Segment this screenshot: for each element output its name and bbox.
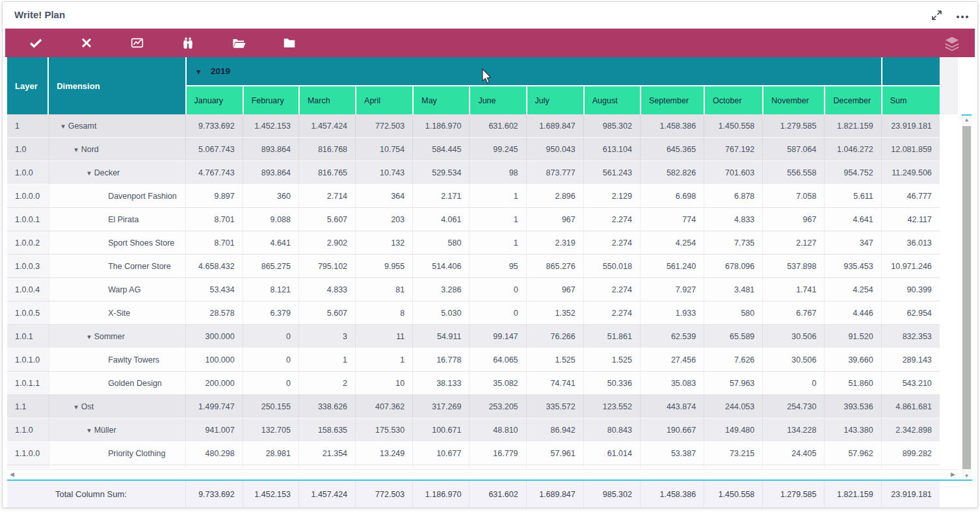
value-cell[interactable]: 1.450.558 <box>704 114 762 138</box>
value-cell[interactable]: 865.275 <box>243 255 298 278</box>
value-cell[interactable]: 1.457.424 <box>298 114 355 138</box>
sum-cell[interactable]: 90.399 <box>881 278 940 301</box>
scroll-left-icon[interactable]: ◀ <box>10 471 14 478</box>
binoculars-icon[interactable] <box>177 32 199 54</box>
value-cell[interactable]: 62.539 <box>640 325 704 348</box>
value-cell[interactable]: 54.911 <box>412 325 469 348</box>
value-cell[interactable]: 2.129 <box>583 185 640 208</box>
layers-icon[interactable] <box>944 35 960 52</box>
folder-open-icon[interactable] <box>228 32 250 54</box>
value-cell[interactable]: 893.864 <box>243 161 298 185</box>
value-cell[interactable]: 335.572 <box>526 395 583 418</box>
value-cell[interactable]: 3.286 <box>412 278 469 301</box>
chevron-down-icon[interactable]: ▾ <box>197 68 201 75</box>
month-column-header[interactable]: September <box>640 86 704 114</box>
collapse-caret-icon[interactable]: ▾ <box>61 122 65 130</box>
dimension-cell[interactable]: ▾Decker <box>49 161 185 185</box>
month-column-header[interactable]: November <box>762 86 824 114</box>
value-cell[interactable]: 99.245 <box>469 138 525 161</box>
value-cell[interactable]: 4.254 <box>640 231 704 255</box>
month-column-header[interactable]: August <box>583 86 640 114</box>
sum-cell[interactable]: 543.210 <box>881 372 940 395</box>
value-cell[interactable]: 480.298 <box>185 442 243 465</box>
value-cell[interactable]: 9.088 <box>243 208 298 231</box>
value-cell[interactable]: 24.405 <box>762 442 824 465</box>
value-cell[interactable]: 123.552 <box>583 395 640 418</box>
value-cell[interactable]: 51.860 <box>824 372 881 395</box>
value-cell[interactable]: 364 <box>355 185 412 208</box>
value-cell[interactable]: 250.155 <box>243 395 298 418</box>
value-cell[interactable]: 7.058 <box>762 185 824 208</box>
value-cell[interactable]: 190.667 <box>640 418 704 442</box>
value-cell[interactable]: 98 <box>469 161 525 185</box>
value-cell[interactable]: 4.833 <box>298 278 355 301</box>
value-cell[interactable]: 27.456 <box>640 348 704 372</box>
value-cell[interactable]: 0 <box>243 348 298 372</box>
value-cell[interactable]: 2.902 <box>298 231 355 255</box>
sum-cell[interactable]: 62.954 <box>881 301 940 325</box>
value-cell[interactable]: 81 <box>355 278 412 301</box>
sum-cell[interactable]: 899.282 <box>881 442 940 465</box>
value-cell[interactable]: 7.735 <box>704 231 762 255</box>
dimension-cell[interactable]: ▾Nord <box>49 138 185 161</box>
value-cell[interactable]: 0 <box>243 325 298 348</box>
sum-cell[interactable]: 23.919.181 <box>881 114 940 138</box>
month-column-header[interactable]: July <box>526 86 583 114</box>
value-cell[interactable]: 10.754 <box>355 138 412 161</box>
value-cell[interactable]: 587.064 <box>762 138 824 161</box>
collapse-caret-icon[interactable]: ▾ <box>87 426 91 434</box>
value-cell[interactable]: 9.955 <box>355 255 412 278</box>
value-cell[interactable]: 80.843 <box>583 418 640 442</box>
layer-column-header[interactable]: Layer <box>7 57 49 114</box>
value-cell[interactable]: 767.192 <box>704 138 762 161</box>
value-cell[interactable]: 1.186.970 <box>412 114 469 138</box>
value-cell[interactable]: 537.898 <box>762 255 824 278</box>
value-cell[interactable]: 941.007 <box>185 418 243 442</box>
value-cell[interactable]: 631.602 <box>469 114 525 138</box>
value-cell[interactable]: 1.821.159 <box>824 114 881 138</box>
value-cell[interactable]: 2.171 <box>412 185 469 208</box>
value-cell[interactable]: 2 <box>298 372 355 395</box>
value-cell[interactable]: 244.053 <box>704 395 762 418</box>
value-cell[interactable]: 134.228 <box>762 418 824 442</box>
year-header[interactable]: ▾2019 <box>185 57 881 86</box>
value-cell[interactable]: 580 <box>704 301 762 325</box>
value-cell[interactable]: 6.379 <box>243 301 298 325</box>
value-cell[interactable]: 950.043 <box>526 138 583 161</box>
month-column-header[interactable]: March <box>298 86 355 114</box>
value-cell[interactable]: 1.525 <box>583 348 640 372</box>
value-cell[interactable]: 580 <box>412 231 469 255</box>
value-cell[interactable]: 7.626 <box>704 348 762 372</box>
value-cell[interactable]: 967 <box>762 208 824 231</box>
value-cell[interactable]: 795.102 <box>298 255 355 278</box>
value-cell[interactable]: 774 <box>640 208 704 231</box>
scroll-down-icon[interactable]: ▼ <box>962 473 972 479</box>
value-cell[interactable]: 143.380 <box>824 418 881 442</box>
dimension-cell[interactable]: ▾Sommer <box>49 325 185 348</box>
sum-cell[interactable]: 10.971.246 <box>881 255 940 278</box>
value-cell[interactable]: 8 <box>355 301 412 325</box>
value-cell[interactable]: 132.705 <box>243 418 298 442</box>
value-cell[interactable]: 1 <box>469 208 525 231</box>
value-cell[interactable]: 73.215 <box>704 442 762 465</box>
value-cell[interactable]: 613.104 <box>583 138 640 161</box>
value-cell[interactable]: 407.362 <box>355 395 412 418</box>
value-cell[interactable]: 1.741 <box>762 278 824 301</box>
value-cell[interactable]: 254.730 <box>762 395 824 418</box>
value-cell[interactable]: 21.354 <box>298 442 355 465</box>
value-cell[interactable]: 57.963 <box>704 372 762 395</box>
expand-icon[interactable] <box>931 10 942 23</box>
scrollbar-thumb[interactable] <box>962 126 971 469</box>
value-cell[interactable]: 4.658.432 <box>185 255 243 278</box>
value-cell[interactable]: 584.445 <box>412 138 469 161</box>
value-cell[interactable]: 393.536 <box>824 395 881 418</box>
value-cell[interactable]: 2.319 <box>526 231 583 255</box>
confirm-icon[interactable] <box>25 32 47 54</box>
value-cell[interactable]: 582.826 <box>640 161 704 185</box>
value-cell[interactable]: 4.833 <box>704 208 762 231</box>
value-cell[interactable]: 100.671 <box>412 418 469 442</box>
value-cell[interactable]: 1 <box>469 231 525 255</box>
value-cell[interactable]: 338.626 <box>298 395 355 418</box>
value-cell[interactable]: 9.733.692 <box>185 114 243 138</box>
value-cell[interactable]: 5.067.743 <box>185 138 243 161</box>
